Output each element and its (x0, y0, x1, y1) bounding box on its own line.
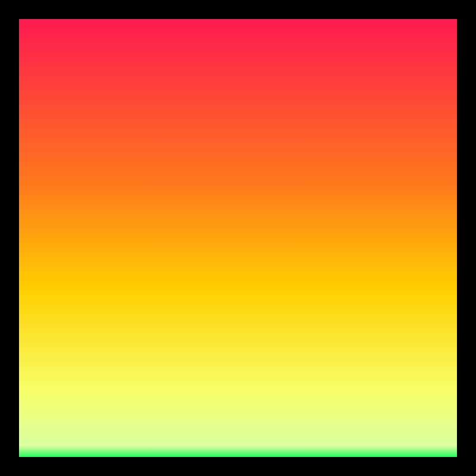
gradient-backdrop (19, 19, 457, 457)
bottleneck-curve-chart (19, 19, 457, 457)
plot-area (19, 19, 457, 457)
chart-frame (0, 0, 476, 476)
